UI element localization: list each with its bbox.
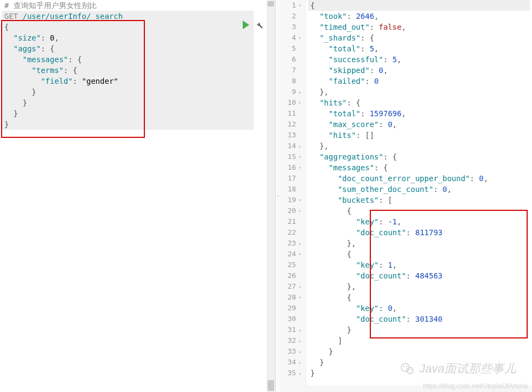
svg-point-2 bbox=[403, 366, 404, 368]
line-number: 21 bbox=[288, 216, 301, 227]
line-number: 15▾ bbox=[288, 151, 301, 162]
response-gutter: 1▾2 3 4▾5 6 7 8 9▴10▾11 12 13 14▴15▾16▾1… bbox=[280, 0, 306, 392]
line-number: 3 bbox=[288, 22, 301, 32]
code-line[interactable]: "size": 0, bbox=[2, 32, 254, 43]
code-line[interactable]: "took": 2646, bbox=[308, 11, 530, 22]
pane-splitter[interactable]: ⋮ bbox=[276, 0, 280, 392]
code-line[interactable]: { bbox=[308, 205, 530, 216]
code-line[interactable]: { bbox=[308, 292, 530, 303]
line-number: 31▴ bbox=[288, 324, 301, 335]
scroll-thumb-bottom[interactable] bbox=[268, 380, 274, 391]
left-scrollbar[interactable] bbox=[267, 0, 275, 392]
request-editor[interactable]: # 查询知乎用户男女性别比GET /user/userInfo/_search{… bbox=[0, 0, 275, 392]
code-line[interactable]: "field": "gender" bbox=[2, 76, 254, 87]
code-line[interactable]: "sum_other_doc_count": 0, bbox=[308, 184, 530, 195]
code-line[interactable]: { bbox=[308, 0, 530, 11]
code-line[interactable]: }, bbox=[308, 238, 530, 249]
code-line[interactable]: "hits": [] bbox=[308, 130, 530, 141]
line-number: 24▾ bbox=[288, 249, 301, 260]
code-line[interactable]: "total": 1597696, bbox=[308, 108, 530, 119]
code-line[interactable]: }, bbox=[308, 281, 530, 292]
request-code[interactable]: # 查询知乎用户男女性别比GET /user/userInfo/_search{… bbox=[0, 0, 275, 392]
line-number: 30 bbox=[288, 314, 301, 324]
code-line[interactable]: "key": -1, bbox=[308, 216, 530, 227]
line-number: 4▾ bbox=[288, 32, 301, 43]
line-number: 7 bbox=[288, 65, 301, 76]
line-number: 11 bbox=[288, 108, 301, 119]
line-number: 16▾ bbox=[288, 162, 301, 173]
response-editor[interactable]: 1▾2 3 4▾5 6 7 8 9▴10▾11 12 13 14▴15▾16▾1… bbox=[280, 0, 532, 392]
code-line[interactable]: "aggs": { bbox=[2, 43, 254, 54]
code-line[interactable]: "messages": { bbox=[2, 54, 254, 65]
code-line[interactable]: { bbox=[2, 22, 254, 32]
code-line[interactable]: } bbox=[2, 119, 254, 130]
code-line[interactable]: "key": 0, bbox=[308, 303, 530, 314]
comment-line: # 查询知乎用户男女性别比 bbox=[2, 0, 254, 11]
code-line[interactable]: ] bbox=[308, 335, 530, 346]
watermark-text: Java面试那些事儿 bbox=[420, 361, 516, 377]
code-line[interactable]: } bbox=[2, 87, 254, 97]
line-number: 35▴ bbox=[288, 368, 301, 378]
line-number: 6 bbox=[288, 54, 301, 65]
line-number: 28▾ bbox=[288, 292, 301, 303]
line-number: 25 bbox=[288, 260, 301, 270]
wrench-icon[interactable] bbox=[255, 21, 263, 29]
line-number: 19▾ bbox=[288, 195, 301, 205]
code-line[interactable]: "total": 5, bbox=[308, 43, 530, 54]
watermark: Java面试那些事儿 bbox=[399, 361, 516, 377]
code-line[interactable]: }, bbox=[308, 141, 530, 151]
code-line[interactable]: "timed_out": false, bbox=[308, 22, 530, 32]
code-line[interactable]: "aggregations": { bbox=[308, 151, 530, 162]
line-number: 27▴ bbox=[288, 281, 301, 292]
code-line[interactable]: } bbox=[308, 324, 530, 335]
line-number: 8 bbox=[288, 76, 301, 87]
line-number: 29 bbox=[288, 303, 301, 314]
code-line[interactable]: "skipped": 0, bbox=[308, 65, 530, 76]
line-number: 32▴ bbox=[288, 335, 301, 346]
code-line[interactable]: "buckets": [ bbox=[308, 195, 530, 205]
code-line[interactable]: "successful": 5, bbox=[308, 54, 530, 65]
code-line[interactable]: }, bbox=[308, 87, 530, 97]
scroll-thumb-top[interactable] bbox=[268, 1, 274, 6]
line-number: 17 bbox=[288, 173, 301, 184]
line-number: 1▾ bbox=[288, 0, 301, 11]
wechat-icon bbox=[399, 361, 415, 377]
line-number: 2 bbox=[288, 11, 301, 22]
response-viewer-pane: 1▾2 3 4▾5 6 7 8 9▴10▾11 12 13 14▴15▾16▾1… bbox=[280, 0, 532, 392]
code-line[interactable]: "key": 1, bbox=[308, 260, 530, 270]
line-number: 12 bbox=[288, 119, 301, 130]
code-line[interactable]: "messages": { bbox=[308, 162, 530, 173]
code-line[interactable]: "failed": 0 bbox=[308, 76, 530, 87]
request-line[interactable]: GET /user/userInfo/_search bbox=[2, 11, 254, 22]
code-line[interactable]: { bbox=[308, 249, 530, 260]
code-line[interactable]: } bbox=[2, 108, 254, 119]
line-number: 26 bbox=[288, 270, 301, 281]
code-line[interactable]: } bbox=[2, 97, 254, 108]
code-line[interactable]: "doc_count": 811793 bbox=[308, 227, 530, 238]
svg-point-5 bbox=[410, 369, 411, 370]
line-number: 13 bbox=[288, 130, 301, 141]
run-query-icon[interactable] bbox=[243, 21, 249, 29]
line-number: 10▾ bbox=[288, 97, 301, 108]
response-code[interactable]: { "took": 2646, "timed_out": false, "_sh… bbox=[306, 0, 532, 392]
code-line[interactable]: "max_score": 0, bbox=[308, 119, 530, 130]
line-number: 9▴ bbox=[288, 87, 301, 97]
code-line[interactable]: "_shards": { bbox=[308, 32, 530, 43]
request-editor-pane: # 查询知乎用户男女性别比GET /user/userInfo/_search{… bbox=[0, 0, 276, 392]
line-number: 5 bbox=[288, 43, 301, 54]
svg-point-3 bbox=[405, 366, 407, 368]
line-number: 20▾ bbox=[288, 205, 301, 216]
line-number: 33▴ bbox=[288, 346, 301, 357]
svg-point-4 bbox=[408, 369, 409, 370]
code-line[interactable]: "hits": { bbox=[308, 97, 530, 108]
url-watermark: https://blog.csdn.net/UtopiaOfArtoria bbox=[423, 382, 528, 390]
code-line[interactable]: "terms": { bbox=[2, 65, 254, 76]
code-line[interactable]: } bbox=[308, 346, 530, 357]
line-number: 18 bbox=[288, 184, 301, 195]
code-line[interactable]: "doc_count_error_upper_bound": 0, bbox=[308, 173, 530, 184]
code-line[interactable]: "doc_count": 301340 bbox=[308, 314, 530, 324]
code-line[interactable]: "doc_count": 484563 bbox=[308, 270, 530, 281]
line-number: 22 bbox=[288, 227, 301, 238]
line-number: 23▴ bbox=[288, 238, 301, 249]
line-number: 34▴ bbox=[288, 357, 301, 368]
